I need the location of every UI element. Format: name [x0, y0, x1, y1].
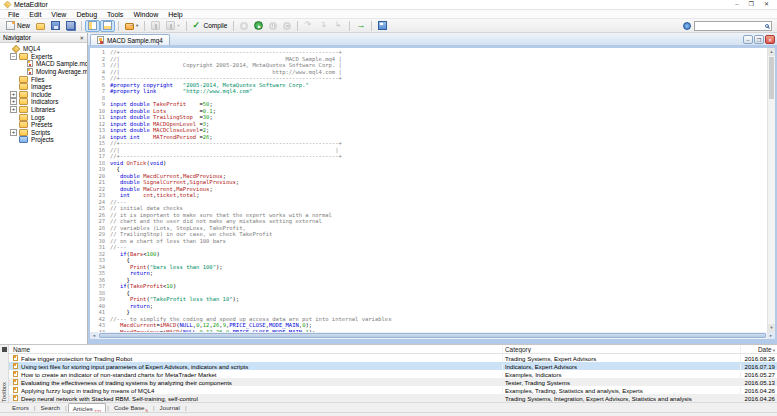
editor-tab-bar: MACD Sample.mq4 – ❐ ✕: [88, 33, 777, 45]
article-row[interactable]: Evaluating the effectiveness of trading …: [9, 378, 777, 386]
navigator-close-icon[interactable]: ✕: [79, 35, 84, 41]
nav-item-label: Include: [31, 91, 51, 98]
vertical-scrollbar[interactable]: ▲ ▼: [767, 48, 775, 332]
tab-code-base[interactable]: Code Base5: [110, 403, 152, 412]
debug-pause-button[interactable]: [266, 20, 280, 32]
column-header-name[interactable]: Name: [9, 346, 503, 353]
document-minimize-button[interactable]: –: [743, 35, 753, 44]
navigator-toggle-button[interactable]: [85, 20, 100, 32]
nav-item-projects[interactable]: Projects: [0, 136, 87, 144]
nav-item-indicators[interactable]: +Indicators: [0, 98, 87, 106]
tab-journal[interactable]: Journal: [156, 403, 184, 412]
code-token: MaPrevious: [176, 186, 209, 192]
expand-icon[interactable]: +: [10, 91, 17, 98]
articles-table-header: Name Category Date: [9, 345, 777, 354]
nav-item-moving-average-mq4[interactable]: Moving Average.mq4: [0, 68, 87, 76]
article-name: Evaluating the effectiveness of trading …: [21, 379, 232, 386]
article-row[interactable]: How to create an indicator of non-standa…: [9, 370, 777, 378]
nav-item-mql4[interactable]: MQL4: [0, 45, 87, 53]
data-folder-button[interactable]: ▾: [122, 20, 141, 32]
code-token: );: [305, 322, 312, 328]
save-all-button[interactable]: [63, 20, 78, 32]
breakpoint-list-button[interactable]: ▾: [163, 20, 182, 32]
step-into-button[interactable]: [301, 20, 316, 32]
scroll-down-icon[interactable]: ▼: [768, 324, 775, 332]
open-button[interactable]: [33, 20, 48, 32]
window-close-button[interactable]: ✕: [764, 0, 769, 9]
dock-grip[interactable]: [2, 347, 7, 352]
open-terminal-button[interactable]: [375, 20, 390, 32]
horizontal-scroll-thumb[interactable]: [99, 333, 766, 338]
step1-icon: [304, 21, 313, 30]
horizontal-scrollbar[interactable]: ◄ ►: [88, 332, 777, 339]
tab-macd-sample[interactable]: MACD Sample.mq4: [90, 34, 170, 45]
search-input[interactable]: [697, 22, 765, 30]
code-token: MODE_MAIN: [272, 329, 302, 333]
document-restore-button[interactable]: ❐: [754, 35, 764, 44]
compile-button[interactable]: Compile: [190, 20, 231, 32]
article-row[interactable]: Deep neural network with Stacked RBM. Se…: [9, 394, 777, 402]
article-icon: [13, 379, 18, 385]
menu-edit[interactable]: Edit: [24, 10, 46, 19]
save-button[interactable]: [48, 20, 63, 32]
article-row[interactable]: Applying fuzzy logic in trading by means…: [9, 386, 777, 394]
search-box[interactable]: [694, 21, 772, 31]
scroll-up-icon[interactable]: ▲: [768, 48, 775, 56]
nav-item-macd-sample-mq4[interactable]: MACD Sample.mq4: [0, 60, 87, 68]
menu-window[interactable]: Window: [128, 10, 163, 19]
menu-view[interactable]: View: [46, 10, 71, 19]
step-over-button[interactable]: [316, 20, 331, 32]
article-date: 2016.04.26: [741, 395, 777, 402]
article-category: Trading Systems, Expert Advisors: [503, 355, 741, 362]
expand-icon[interactable]: +: [10, 129, 17, 136]
tab-search[interactable]: Search: [36, 403, 64, 412]
debug-restart-button[interactable]: [237, 20, 251, 32]
menu-help[interactable]: Help: [163, 10, 187, 19]
code-token: TrailingStop: [153, 114, 193, 120]
article-row[interactable]: False trigger protection for Trading Rob…: [9, 354, 777, 362]
code-token: }: [110, 277, 130, 283]
nav-item-experts[interactable]: −Experts: [0, 53, 87, 61]
nav-item-images[interactable]: Images: [0, 83, 87, 91]
menu-debug[interactable]: Debug: [71, 10, 102, 19]
collapse-icon[interactable]: −: [10, 53, 17, 60]
toggle-breakpoint-button[interactable]: [148, 20, 163, 32]
nav-item-libraries[interactable]: +Libraries: [0, 106, 87, 114]
search-icon[interactable]: [765, 24, 769, 28]
expand-icon[interactable]: +: [10, 98, 17, 105]
window-minimize-button[interactable]: –: [735, 0, 738, 9]
tab-articles[interactable]: Articles222: [68, 403, 107, 412]
nav-item-presets[interactable]: Presets: [0, 121, 87, 129]
article-date: 2016.07.19: [741, 363, 777, 370]
menu-file[interactable]: File: [3, 10, 24, 19]
code-token: [110, 329, 120, 333]
help-globe-icon[interactable]: [683, 22, 691, 30]
window-maximize-button[interactable]: ❐: [749, 0, 754, 9]
code-token: double: [120, 179, 140, 185]
toolbox-toggle-button[interactable]: [100, 20, 115, 32]
continue-button[interactable]: [353, 20, 368, 32]
article-date: 2016.05.13: [741, 379, 777, 386]
debug-stop-button[interactable]: [280, 20, 294, 32]
nav-item-files[interactable]: Files: [0, 75, 87, 83]
scroll-left-icon[interactable]: ◄: [90, 332, 98, 339]
tab-errors[interactable]: Errors: [8, 403, 33, 412]
code-area[interactable]: 1//+------------------------------------…: [90, 48, 767, 332]
new-button[interactable]: New: [3, 20, 33, 32]
article-icon: [13, 363, 18, 369]
nav-item-logs[interactable]: Logs: [0, 113, 87, 121]
nav-item-scripts[interactable]: +Scripts: [0, 129, 87, 137]
step-out-button[interactable]: [331, 20, 346, 32]
scroll-right-icon[interactable]: ►: [767, 332, 775, 339]
code-token: TakeProfit: [153, 101, 186, 107]
expand-icon[interactable]: +: [10, 106, 17, 113]
nav-item-include[interactable]: +Include: [0, 91, 87, 99]
vertical-scroll-thumb[interactable]: [769, 57, 774, 99]
document-close-button[interactable]: ✕: [765, 35, 775, 44]
article-row[interactable]: Using text files for storing input param…: [9, 362, 777, 370]
debug-start-button[interactable]: [251, 20, 266, 32]
menu-tools[interactable]: Tools: [102, 10, 128, 19]
nav-item-label: Scripts: [31, 129, 50, 136]
column-header-category[interactable]: Category: [503, 346, 741, 353]
column-header-date[interactable]: Date: [741, 346, 777, 353]
